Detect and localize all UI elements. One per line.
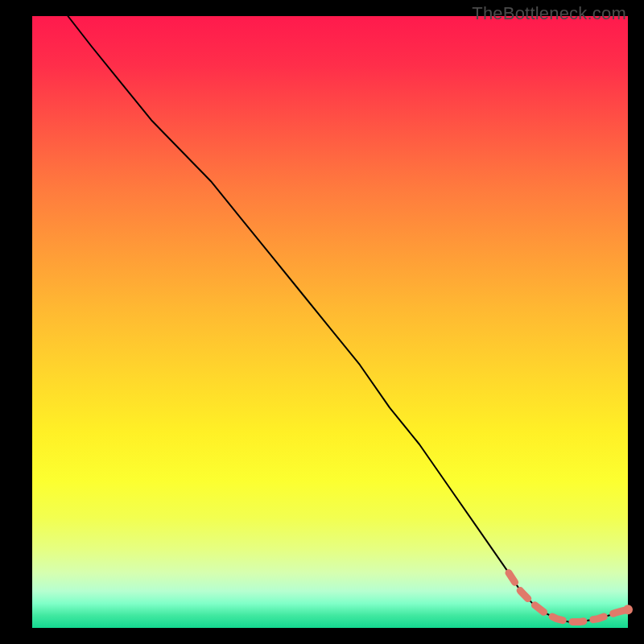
plot-area [32,16,628,628]
chart-svg [32,16,628,628]
highlight-endpoint [623,605,633,614]
chart-frame: TheBottleneck.com [0,0,644,644]
main-curve [68,16,628,621]
highlight-segment [509,573,628,622]
